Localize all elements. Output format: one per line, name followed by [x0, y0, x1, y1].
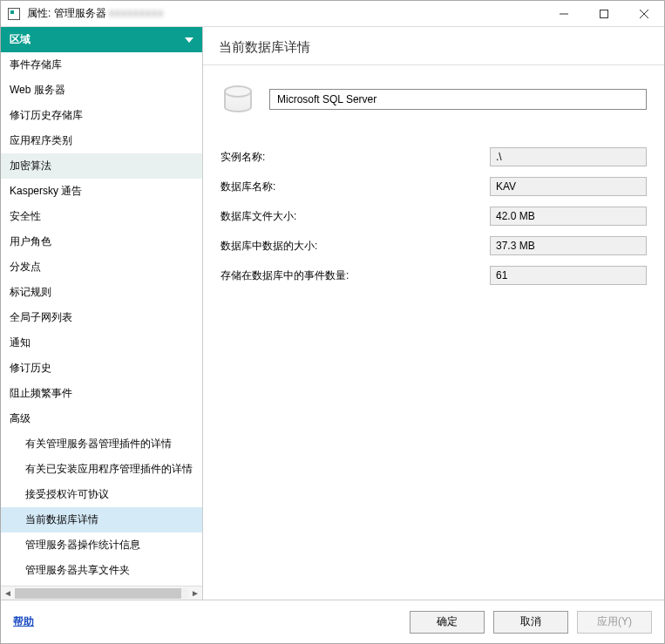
sidebar-item-7[interactable]: 用户角色 [1, 229, 202, 254]
sidebar-item-14[interactable]: 高级 [1, 406, 202, 431]
scroll-thumb[interactable] [15, 588, 181, 599]
sidebar-item-20[interactable]: 管理服务器共享文件夹 [1, 558, 202, 583]
content-body: Microsoft SQL Server 实例名称:.\数据库名称:KAV数据库… [203, 65, 664, 600]
sidebar-item-2[interactable]: 修订历史存储库 [1, 103, 202, 128]
svg-rect-1 [601, 10, 608, 17]
sidebar-item-6[interactable]: 安全性 [1, 204, 202, 229]
property-label: 实例名称: [221, 150, 490, 165]
sidebar-item-3[interactable]: 应用程序类别 [1, 128, 202, 153]
sidebar-item-13[interactable]: 阻止频繁事件 [1, 381, 202, 406]
content-panel: 当前数据库详情 Microsoft SQL Server 实例名称:.\数据库名… [203, 27, 664, 600]
sidebar-item-19[interactable]: 管理服务器操作统计信息 [1, 532, 202, 558]
main: 区域 事件存储库Web 服务器修订历史存储库应用程序类别加密算法Kaspersk… [1, 27, 664, 600]
scroll-left-arrow[interactable]: ◄ [1, 586, 15, 600]
titlebar: 属性: 管理服务器 xxxxxxxxx [1, 1, 664, 27]
sidebar-item-9[interactable]: 标记规则 [1, 280, 202, 305]
sidebar-item-4[interactable]: 加密算法 [1, 153, 202, 179]
db-banner: Microsoft SQL Server [221, 83, 647, 116]
property-row-4: 存储在数据库中的事件数量:61 [221, 261, 647, 290]
footer: 帮助 确定 取消 应用(Y) [1, 600, 664, 643]
properties-list: 实例名称:.\数据库名称:KAV数据库文件大小:42.0 MB数据库中数据的大小… [221, 142, 647, 290]
sidebar-horizontal-scrollbar[interactable]: ◄ ► [1, 586, 202, 600]
property-row-0: 实例名称:.\ [221, 142, 647, 172]
sidebar-item-11[interactable]: 通知 [1, 330, 202, 356]
property-value: 37.3 MB [490, 236, 647, 255]
sidebar-item-21[interactable]: 管理服务器层级 [1, 583, 202, 586]
help-link[interactable]: 帮助 [13, 614, 34, 629]
property-row-3: 数据库中数据的大小:37.3 MB [221, 231, 647, 261]
sidebar-item-0[interactable]: 事件存储库 [1, 52, 202, 78]
window-title-redacted: xxxxxxxxx [109, 7, 164, 19]
property-label: 数据库名称: [221, 180, 490, 194]
sidebar-item-5[interactable]: Kaspersky 通告 [1, 179, 202, 204]
sidebar-item-12[interactable]: 修订历史 [1, 356, 202, 381]
app-icon [8, 8, 20, 20]
property-label: 数据库文件大小: [221, 209, 490, 224]
sidebar-item-17[interactable]: 接受授权许可协议 [1, 482, 202, 507]
sidebar-header-label: 区域 [10, 32, 31, 47]
sidebar-item-15[interactable]: 有关管理服务器管理插件的详情 [1, 431, 202, 457]
maximize-button[interactable] [584, 1, 624, 27]
sidebar-item-16[interactable]: 有关已安装应用程序管理插件的详情 [1, 457, 202, 482]
property-value: KAV [490, 177, 647, 196]
db-type-field: Microsoft SQL Server [269, 89, 647, 110]
property-value: 61 [490, 266, 647, 285]
minimize-button[interactable] [544, 1, 584, 27]
scroll-right-arrow[interactable]: ► [188, 586, 202, 600]
property-label: 存储在数据库中的事件数量: [221, 268, 490, 283]
apply-button[interactable]: 应用(Y) [577, 611, 652, 634]
content-heading: 当前数据库详情 [203, 27, 664, 65]
scroll-track[interactable] [15, 588, 188, 599]
property-value: 42.0 MB [490, 207, 647, 226]
sidebar-item-1[interactable]: Web 服务器 [1, 78, 202, 103]
window-title: 属性: 管理服务器 xxxxxxxxx [27, 6, 164, 21]
sidebar-item-10[interactable]: 全局子网列表 [1, 305, 202, 330]
property-row-1: 数据库名称:KAV [221, 172, 647, 201]
close-button[interactable] [624, 1, 664, 27]
sidebar-navlist[interactable]: 事件存储库Web 服务器修订历史存储库应用程序类别加密算法Kaspersky 通… [1, 52, 202, 586]
sidebar: 区域 事件存储库Web 服务器修订历史存储库应用程序类别加密算法Kaspersk… [1, 27, 203, 600]
sidebar-item-8[interactable]: 分发点 [1, 254, 202, 280]
property-label: 数据库中数据的大小: [221, 239, 490, 254]
cancel-button[interactable]: 取消 [493, 611, 568, 634]
window-title-text: 属性: 管理服务器 [27, 7, 106, 19]
property-value: .\ [490, 147, 647, 166]
property-row-2: 数据库文件大小:42.0 MB [221, 201, 647, 231]
database-icon [221, 83, 255, 116]
sidebar-item-18[interactable]: 当前数据库详情 [1, 507, 202, 532]
db-type-value: Microsoft SQL Server [277, 93, 377, 105]
chevron-down-icon [185, 37, 193, 43]
ok-button[interactable]: 确定 [410, 611, 485, 634]
sidebar-header[interactable]: 区域 [1, 27, 202, 52]
